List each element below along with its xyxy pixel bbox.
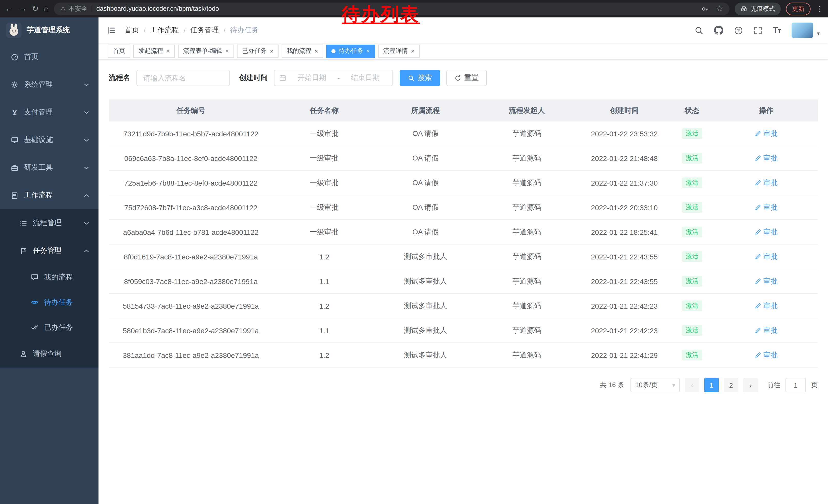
sidebar-item-8[interactable]: 我的流程 — [0, 265, 98, 290]
created-time-cell: 2022-01-21 22:43:55 — [578, 277, 670, 285]
close-icon[interactable]: × — [166, 48, 170, 54]
date-range-picker[interactable]: 开始日期 - 结束日期 — [274, 70, 393, 86]
sidebar-item-0[interactable]: 首页 — [0, 43, 98, 71]
table-row: 381aa1dd-7ac8-11ec-a9e2-a2380e71991a 1.2… — [109, 343, 818, 368]
task-id-cell: 73211d9d-7b9b-11ec-b5b7-acde48001122 — [109, 130, 273, 138]
back-icon[interactable]: ← — [5, 5, 13, 13]
password-key-icon[interactable] — [701, 5, 709, 12]
tab-4[interactable]: 我的流程 × — [282, 44, 323, 58]
app-logo[interactable]: 芋道管理系统 — [0, 17, 98, 43]
sidebar-item-11[interactable]: 请假查询 — [0, 340, 98, 368]
browser-menu-icon[interactable]: ⋮ — [816, 5, 823, 13]
process-list-icon — [19, 219, 27, 227]
sidebar-item-10[interactable]: 已办任务 — [0, 315, 98, 340]
tab-6[interactable]: 流程详情 × — [378, 44, 420, 58]
page-2-button[interactable]: 2 — [724, 378, 738, 392]
svg-text:?: ? — [737, 28, 740, 33]
approve-link[interactable]: 审批 — [755, 301, 778, 311]
close-icon[interactable]: × — [366, 48, 370, 54]
end-date-placeholder[interactable]: 结束日期 — [343, 73, 388, 83]
initiator-cell: 芋道源码 — [475, 277, 578, 286]
task-id-cell: a6aba0a4-7b6d-11ec-b781-acde48001122 — [109, 228, 273, 236]
table-row: 73211d9d-7b9b-11ec-b5b7-acde48001122 一级审… — [109, 122, 818, 146]
search-icon[interactable] — [694, 26, 703, 35]
start-date-placeholder[interactable]: 开始日期 — [289, 73, 334, 83]
approve-link[interactable]: 审批 — [755, 153, 778, 163]
approve-link[interactable]: 审批 — [755, 252, 778, 261]
sidebar-item-9[interactable]: 待办任务 — [0, 290, 98, 315]
page-size-select[interactable]: 10条/页 ▾ — [630, 378, 680, 392]
avatar[interactable] — [792, 22, 813, 38]
create-time-label: 创建时间 — [239, 73, 268, 83]
app-title: 芋道管理系统 — [27, 26, 70, 35]
tab-1[interactable]: 发起流程 × — [133, 44, 175, 58]
range-separator: - — [337, 74, 340, 82]
forward-icon[interactable]: → — [18, 5, 27, 13]
approve-link[interactable]: 审批 — [755, 326, 778, 335]
edit-icon — [755, 229, 761, 235]
breadcrumb-task-mgmt[interactable]: 任务管理 — [190, 26, 219, 35]
tab-5[interactable]: 待办任务 × — [326, 44, 375, 58]
fullscreen-icon[interactable] — [753, 26, 762, 35]
bookmark-star-icon[interactable]: ☆ — [716, 5, 723, 13]
table-row: 58154733-7ac8-11ec-a9e2-a2380e71991a 1.2… — [109, 294, 818, 318]
page-1-button[interactable]: 1 — [704, 378, 719, 392]
top-navbar: 首页 / 工作流程 / 任务管理 / 待办任务 ? TT ▾ — [98, 17, 828, 43]
approve-link[interactable]: 审批 — [755, 227, 778, 237]
reset-button[interactable]: 重置 — [446, 70, 487, 86]
breadcrumb-workflow[interactable]: 工作流程 — [150, 26, 179, 35]
created-time-cell: 2022-01-22 20:33:10 — [578, 203, 670, 212]
approve-link[interactable]: 审批 — [755, 178, 778, 187]
created-time-cell: 2022-01-21 22:42:23 — [578, 302, 670, 310]
sidebar-item-2[interactable]: ¥ 支付管理 — [0, 98, 98, 126]
table-row: 725a1eb6-7b88-11ec-8ef0-acde48001122 一级审… — [109, 171, 818, 195]
main-content: 流程名 创建时间 开始日期 - 结束日期 搜索 重置 任务编号 — [98, 59, 828, 504]
tab-0[interactable]: 首页 — [108, 44, 130, 58]
prev-page-button[interactable]: ‹ — [685, 378, 699, 392]
close-icon[interactable]: × — [315, 48, 318, 54]
close-icon[interactable]: × — [411, 48, 415, 54]
tab-2[interactable]: 流程表单-编辑 × — [178, 44, 234, 58]
chevron-down-icon: ▾ — [817, 30, 820, 38]
sidebar-item-5[interactable]: 工作流程 — [0, 182, 98, 209]
approve-link[interactable]: 审批 — [755, 277, 778, 286]
initiator-cell: 芋道源码 — [475, 129, 578, 138]
goto-page-input[interactable] — [785, 378, 806, 392]
security-chip[interactable]: ⚠ 不安全 — [60, 4, 87, 13]
created-time-cell: 2022-01-22 23:53:32 — [578, 130, 670, 138]
sidebar-item-6[interactable]: 流程管理 — [0, 209, 98, 237]
github-icon[interactable] — [714, 26, 723, 35]
active-dot — [331, 49, 335, 53]
sidebar-item-7[interactable]: 任务管理 — [0, 237, 98, 265]
approve-link[interactable]: 审批 — [755, 203, 778, 212]
close-icon[interactable]: × — [225, 48, 229, 54]
created-time-cell: 2022-01-22 21:37:30 — [578, 179, 670, 187]
sidebar-item-4[interactable]: 研发工具 — [0, 154, 98, 182]
home-icon[interactable]: ⌂ — [44, 5, 49, 13]
next-page-button[interactable]: › — [743, 378, 758, 392]
approve-link[interactable]: 审批 — [755, 351, 778, 360]
close-icon[interactable]: × — [270, 48, 274, 54]
task-id-cell: 381aa1dd-7ac8-11ec-a9e2-a2380e71991a — [109, 351, 273, 359]
status-badge: 激活 — [682, 301, 702, 311]
tab-3[interactable]: 已办任务 × — [237, 44, 279, 58]
sidebar-item-3[interactable]: 基础设施 — [0, 126, 98, 154]
reload-icon[interactable]: ↻ — [32, 5, 39, 13]
yen-icon: ¥ — [11, 108, 18, 116]
chevron-icon — [83, 164, 90, 172]
process-name-input[interactable] — [136, 70, 230, 86]
chevron-icon — [83, 219, 90, 227]
chevron-icon — [83, 191, 90, 199]
edit-icon — [755, 253, 761, 260]
docs-question-icon[interactable]: ? — [734, 26, 743, 35]
task-name-cell: 1.1 — [273, 326, 376, 334]
edit-icon — [755, 278, 761, 284]
approve-link[interactable]: 审批 — [755, 129, 778, 138]
workflow-icon — [11, 191, 18, 199]
breadcrumb-home[interactable]: 首页 — [125, 26, 139, 35]
collapse-sidebar-icon[interactable] — [107, 26, 116, 35]
search-button[interactable]: 搜索 — [400, 70, 440, 86]
font-size-icon[interactable]: TT — [773, 26, 781, 35]
sidebar-item-1[interactable]: 系统管理 — [0, 71, 98, 98]
update-button[interactable]: 更新 — [786, 2, 811, 15]
